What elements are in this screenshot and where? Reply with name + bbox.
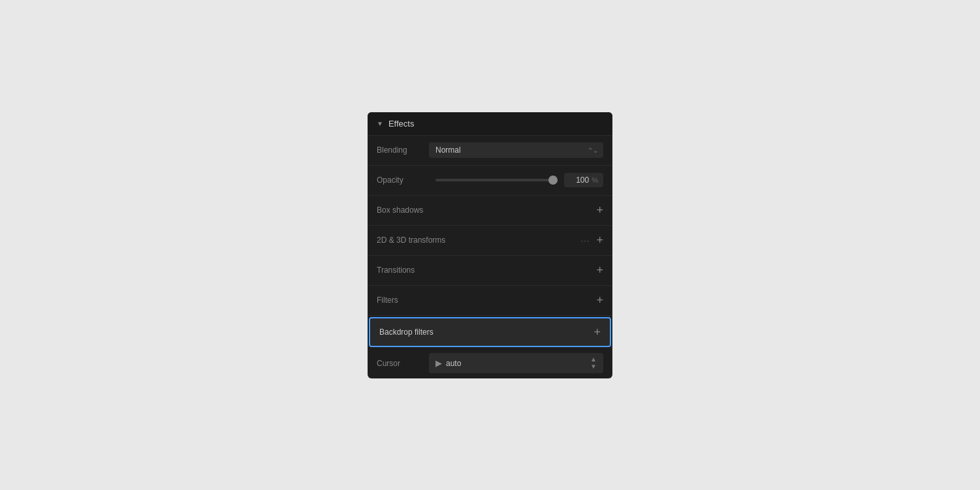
box-shadows-add-button[interactable]: + [596,204,603,216]
transitions-right: + [596,264,603,276]
blending-row: Blending Normal Multiply Screen Overlay … [368,136,612,166]
slider-track [435,179,558,181]
backdrop-filters-label: Backdrop filters [379,328,434,337]
box-shadows-left: Box shadows [377,206,423,215]
opacity-value: 100 [576,176,589,185]
filters-left: Filters [377,296,398,305]
box-shadows-row: Box shadows + [368,196,612,226]
opacity-unit: % [592,176,598,184]
opacity-label: Opacity [377,176,429,185]
filters-label: Filters [377,296,398,305]
filters-add-button[interactable]: + [596,294,603,306]
box-shadows-right: + [596,204,603,216]
cursor-row: Cursor ▶ auto ▲ ▼ [368,348,612,378]
transitions-label: Transitions [377,266,415,275]
transforms-right: ··· + [581,234,603,246]
box-shadows-label: Box shadows [377,206,423,215]
transforms-row: 2D & 3D transforms ··· + [368,226,612,256]
blending-select[interactable]: Normal Multiply Screen Overlay Darken Li… [429,142,603,158]
cursor-select-wrapper[interactable]: ▶ auto ▲ ▼ [429,353,603,373]
effects-panel: ▼ Effects Blending Normal Multiply Scree… [368,112,612,378]
backdrop-filters-add-button[interactable]: + [593,326,601,338]
opacity-input-wrapper: 100 % [564,173,603,187]
opacity-row: Opacity 100 % [368,166,612,196]
filters-row: Filters + [368,286,612,316]
transitions-row: Transitions + [368,256,612,286]
cursor-arrow-icon: ▶ [435,358,442,368]
effects-title: Effects [388,119,415,129]
transforms-more-icon[interactable]: ··· [581,236,590,245]
slider-thumb[interactable] [548,176,558,185]
transitions-left: Transitions [377,266,415,275]
backdrop-filters-row[interactable]: Backdrop filters + [369,317,611,347]
effects-header[interactable]: ▼ Effects [368,112,612,136]
transforms-left: 2D & 3D transforms [377,236,445,245]
cursor-value: auto [446,359,590,368]
cursor-label: Cursor [377,359,429,368]
transforms-label: 2D & 3D transforms [377,236,445,245]
opacity-slider[interactable] [435,179,558,181]
cursor-spinner-icon: ▲ ▼ [590,356,597,370]
blending-select-wrapper: Normal Multiply Screen Overlay Darken Li… [429,142,603,158]
transitions-add-button[interactable]: + [596,264,603,276]
blending-label: Blending [377,145,429,155]
filters-right: + [596,294,603,306]
transforms-add-button[interactable]: + [596,234,603,246]
chevron-down-icon: ▼ [377,120,383,127]
